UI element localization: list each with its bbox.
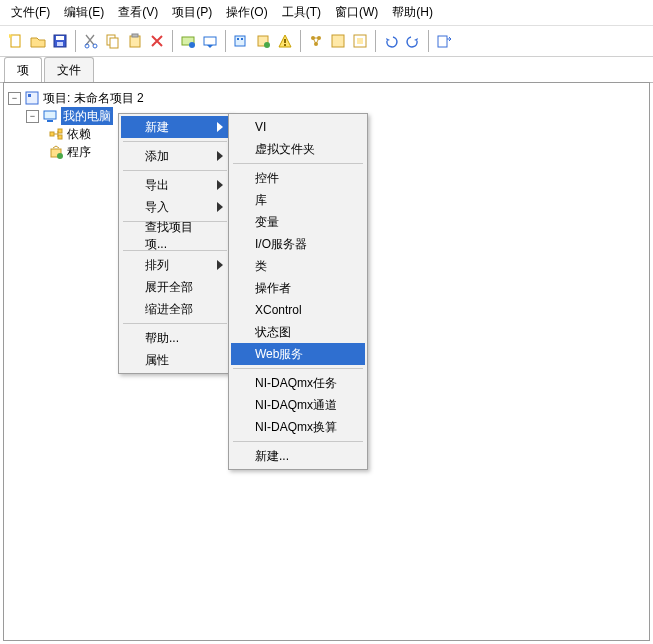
- deps-icon: [48, 126, 64, 142]
- tree-build-label: 程序: [67, 143, 91, 161]
- menu-item[interactable]: 查找项目项...: [121, 225, 229, 247]
- menu-item[interactable]: 帮助...: [121, 327, 229, 349]
- svg-rect-25: [357, 38, 363, 44]
- paste-icon[interactable]: [125, 31, 145, 51]
- svg-rect-0: [11, 35, 20, 47]
- tab-strip: 项 文件: [0, 57, 653, 83]
- menu-item[interactable]: 类: [231, 255, 365, 277]
- tab-files[interactable]: 文件: [44, 57, 94, 83]
- warning-icon[interactable]: [275, 31, 295, 51]
- context-submenu-new[interactable]: VI虚拟文件夹控件库变量I/O服务器类操作者XControl状态图Web服务NI…: [228, 113, 368, 470]
- menu-item[interactable]: 导入: [121, 196, 229, 218]
- svg-rect-31: [50, 132, 54, 136]
- toolbar-btn-f[interactable]: [328, 31, 348, 51]
- menu-item[interactable]: I/O服务器: [231, 233, 365, 255]
- menu-bar: 文件(F) 编辑(E) 查看(V) 项目(P) 操作(O) 工具(T) 窗口(W…: [0, 0, 653, 26]
- build-icon: [48, 144, 64, 160]
- tree-root-label: 项目: 未命名项目 2: [43, 89, 144, 107]
- tree-my-computer-label: 我的电脑: [61, 107, 113, 125]
- collapse-icon[interactable]: −: [26, 110, 39, 123]
- tab-items[interactable]: 项: [4, 57, 42, 83]
- menu-item[interactable]: Web服务: [231, 343, 365, 365]
- toolbar-btn-a[interactable]: [178, 31, 198, 51]
- svg-rect-7: [110, 38, 118, 48]
- svg-rect-12: [204, 37, 216, 45]
- open-icon[interactable]: [28, 31, 48, 51]
- toolbar-btn-b[interactable]: [200, 31, 220, 51]
- menu-item[interactable]: 变量: [231, 211, 365, 233]
- menu-item[interactable]: NI-DAQmx任务: [231, 372, 365, 394]
- menu-item[interactable]: 添加: [121, 145, 229, 167]
- menu-item[interactable]: NI-DAQmx通道: [231, 394, 365, 416]
- svg-point-35: [57, 153, 63, 159]
- tree-root[interactable]: − 项目: 未命名项目 2: [8, 89, 645, 107]
- svg-rect-14: [237, 38, 239, 40]
- cut-icon[interactable]: [81, 31, 101, 51]
- menu-item[interactable]: NI-DAQmx换算: [231, 416, 365, 438]
- computer-icon: [42, 108, 58, 124]
- menu-item[interactable]: VI: [231, 116, 365, 138]
- toolbar-btn-d[interactable]: [253, 31, 273, 51]
- svg-rect-8: [130, 36, 140, 47]
- menu-item[interactable]: 缩进全部: [121, 298, 229, 320]
- menu-item[interactable]: 库: [231, 189, 365, 211]
- svg-rect-15: [241, 38, 243, 40]
- tree-deps-label: 依赖: [67, 125, 91, 143]
- menu-view[interactable]: 查看(V): [111, 2, 165, 23]
- save-icon[interactable]: [50, 31, 70, 51]
- svg-point-17: [264, 42, 270, 48]
- svg-rect-9: [132, 34, 138, 37]
- menu-project[interactable]: 项目(P): [165, 2, 219, 23]
- redo-icon[interactable]: [403, 31, 423, 51]
- svg-rect-2: [56, 36, 64, 40]
- menu-item[interactable]: 展开全部: [121, 276, 229, 298]
- toolbar-btn-g[interactable]: [350, 31, 370, 51]
- menu-operate[interactable]: 操作(O): [219, 2, 274, 23]
- svg-rect-30: [47, 120, 53, 122]
- menu-window[interactable]: 窗口(W): [328, 2, 385, 23]
- menu-item[interactable]: 导出: [121, 174, 229, 196]
- svg-rect-18: [284, 39, 286, 43]
- svg-rect-13: [235, 36, 245, 46]
- menu-item[interactable]: 排列: [121, 254, 229, 276]
- svg-rect-23: [332, 35, 344, 47]
- svg-point-5: [93, 44, 97, 48]
- svg-rect-29: [44, 111, 56, 119]
- svg-rect-19: [284, 44, 286, 46]
- delete-icon[interactable]: [147, 31, 167, 51]
- menu-tools[interactable]: 工具(T): [275, 2, 328, 23]
- svg-rect-33: [58, 135, 62, 139]
- menu-file[interactable]: 文件(F): [4, 2, 57, 23]
- menu-edit[interactable]: 编辑(E): [57, 2, 111, 23]
- toolbar-btn-h[interactable]: [434, 31, 454, 51]
- toolbar-btn-e[interactable]: [306, 31, 326, 51]
- menu-item[interactable]: 状态图: [231, 321, 365, 343]
- menu-item[interactable]: 新建: [121, 116, 229, 138]
- svg-point-11: [189, 42, 195, 48]
- collapse-icon[interactable]: −: [8, 92, 21, 105]
- menu-item[interactable]: 控件: [231, 167, 365, 189]
- svg-rect-27: [26, 92, 38, 104]
- menu-item[interactable]: 新建...: [231, 445, 365, 467]
- menu-item[interactable]: XControl: [231, 299, 365, 321]
- toolbar: [0, 26, 653, 57]
- svg-rect-26: [438, 36, 447, 47]
- menu-item[interactable]: 虚拟文件夹: [231, 138, 365, 160]
- menu-item[interactable]: 属性: [121, 349, 229, 371]
- new-icon[interactable]: [6, 31, 26, 51]
- svg-rect-28: [28, 94, 31, 97]
- svg-rect-32: [58, 129, 62, 133]
- menu-item[interactable]: 操作者: [231, 277, 365, 299]
- context-menu[interactable]: 新建添加导出导入查找项目项...排列展开全部缩进全部帮助...属性: [118, 113, 232, 374]
- toolbar-btn-c[interactable]: [231, 31, 251, 51]
- undo-icon[interactable]: [381, 31, 401, 51]
- project-icon: [24, 90, 40, 106]
- menu-help[interactable]: 帮助(H): [385, 2, 440, 23]
- copy-icon[interactable]: [103, 31, 123, 51]
- svg-rect-3: [57, 42, 63, 46]
